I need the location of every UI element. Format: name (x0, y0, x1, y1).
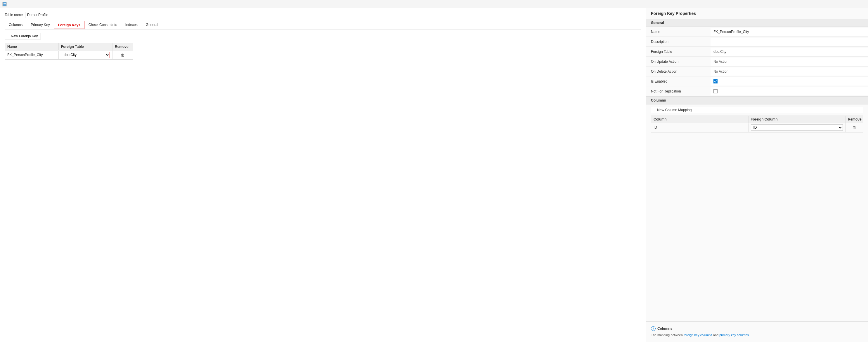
new-column-mapping-button[interactable]: + New Column Mapping (651, 107, 863, 113)
prop-value-on-delete: No Action (711, 67, 868, 76)
help-link-primary[interactable]: primary key columns (719, 333, 749, 337)
prop-value-name[interactable] (711, 28, 868, 36)
col-delete-icon[interactable]: 🗑 (852, 125, 857, 130)
main-content: Table name Columns Primary Key Foreign K… (0, 8, 868, 342)
info-icon: i (651, 326, 656, 331)
col-grid-col-remove: Remove (845, 116, 863, 123)
prop-label-description: Description (646, 38, 711, 45)
col-grid-row: ID ID 🗑 (651, 123, 863, 132)
prop-label-name: Name (646, 28, 711, 36)
table-name-input[interactable] (25, 12, 66, 18)
prop-label-on-delete: On Delete Action (646, 68, 711, 75)
fk-col-remove: Remove (113, 43, 133, 50)
col-grid-cell-column: ID (651, 124, 748, 132)
prop-value-description[interactable] (711, 38, 868, 46)
prop-row-on-update: On Update Action No Action (646, 57, 868, 67)
fk-row-foreign-table-cell[interactable]: dbo.City dbo.Address dbo.Country (59, 50, 113, 59)
fk-grid: Name Foreign Table Remove FK_PersonProfi… (5, 43, 133, 60)
svg-rect-2 (3, 4, 6, 4)
fk-col-name: Name (5, 43, 59, 50)
is-enabled-checkbox[interactable] (713, 79, 717, 83)
col-grid-header: Column Foreign Column Remove (651, 116, 863, 123)
foreign-column-select[interactable]: ID (751, 124, 843, 131)
prop-label-is-enabled: Is Enabled (646, 78, 711, 85)
tab-indexes[interactable]: Indexes (121, 21, 142, 29)
help-section: i Columns The mapping between foreign ke… (646, 321, 868, 342)
columns-section-header: Columns (646, 96, 868, 104)
prop-label-not-for-replication: Not For Replication (646, 88, 711, 95)
fk-col-foreign-table: Foreign Table (59, 43, 113, 50)
fk-grid-header: Name Foreign Table Remove (5, 43, 133, 50)
prop-row-not-for-replication: Not For Replication (646, 87, 868, 96)
table-name-label: Table name (5, 13, 23, 17)
table-name-row: Table name (5, 12, 641, 18)
fk-grid-row: FK_PersonProfile_City dbo.City dbo.Addre… (5, 50, 133, 60)
tabs-bar: Columns Primary Key Foreign Keys Check C… (5, 21, 641, 30)
prop-value-is-enabled[interactable] (711, 77, 868, 86)
svg-rect-3 (3, 5, 5, 5)
tab-general[interactable]: General (142, 21, 162, 29)
prop-row-foreign-table: Foreign Table dbo.City (646, 47, 868, 57)
prop-name-input[interactable] (713, 30, 865, 34)
right-panel: Foreign Key Properties General Name Desc… (646, 8, 868, 342)
fk-row-remove-cell: 🗑 (113, 51, 133, 59)
left-panel: Table name Columns Primary Key Foreign K… (0, 8, 646, 342)
prop-description-input[interactable] (713, 40, 865, 44)
col-grid-cell-remove: 🗑 (845, 124, 863, 132)
title-bar (0, 0, 868, 8)
tab-columns[interactable]: Columns (5, 21, 27, 29)
prop-label-on-update: On Update Action (646, 58, 711, 65)
right-panel-title: Foreign Key Properties (646, 8, 868, 19)
prop-value-not-for-replication[interactable] (711, 87, 868, 95)
col-grid-cell-foreign-column[interactable]: ID (748, 123, 846, 132)
svg-rect-1 (3, 3, 6, 4)
fk-foreign-table-select[interactable]: dbo.City dbo.Address dbo.Country (61, 52, 110, 58)
col-grid-col-column: Column (651, 116, 748, 123)
fk-delete-icon[interactable]: 🗑 (120, 53, 125, 57)
prop-row-name: Name (646, 27, 868, 37)
new-foreign-key-button[interactable]: + New Foreign Key (5, 33, 41, 39)
prop-value-on-update: No Action (711, 58, 868, 66)
not-for-replication-checkbox[interactable] (713, 89, 717, 93)
help-text: The mapping between foreign key columns … (651, 333, 863, 338)
column-mapping-grid: Column Foreign Column Remove ID ID 🗑 (651, 115, 863, 133)
col-grid-col-foreign-column: Foreign Column (748, 116, 846, 123)
help-link-foreign[interactable]: foreign key columns (684, 333, 712, 337)
help-title: i Columns (651, 326, 863, 331)
tab-foreign-keys[interactable]: Foreign Keys (54, 21, 85, 29)
general-section-header: General (646, 19, 868, 27)
prop-row-is-enabled: Is Enabled (646, 76, 868, 87)
app-icon (2, 2, 7, 6)
tab-check-constraints[interactable]: Check Constraints (85, 21, 121, 29)
properties-table: Name Description Foreign Table dbo.City (646, 27, 868, 96)
app-container: Table name Columns Primary Key Foreign K… (0, 0, 868, 342)
prop-row-description: Description (646, 37, 868, 47)
fk-row-name: FK_PersonProfile_City (5, 51, 59, 59)
prop-row-on-delete: On Delete Action No Action (646, 67, 868, 76)
prop-label-foreign-table: Foreign Table (646, 48, 711, 56)
tab-primary-key[interactable]: Primary Key (27, 21, 54, 29)
prop-value-foreign-table: dbo.City (711, 47, 868, 56)
